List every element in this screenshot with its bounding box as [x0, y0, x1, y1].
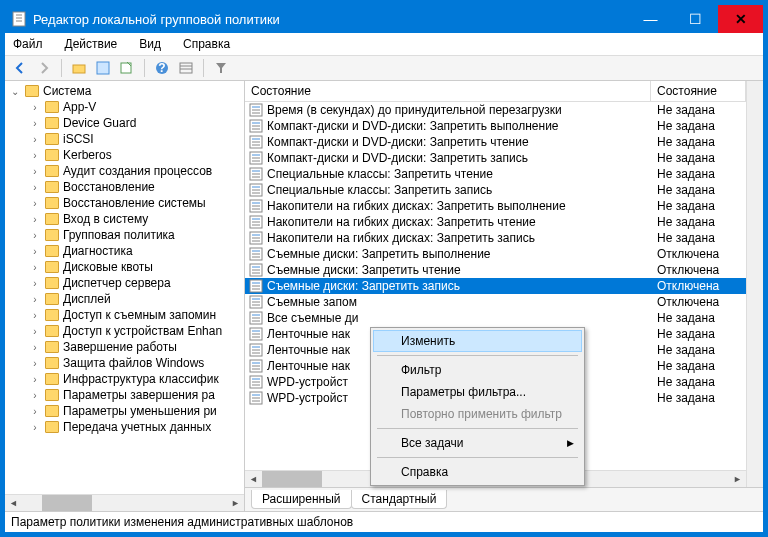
expand-icon[interactable]: ›	[29, 294, 41, 305]
tree-item[interactable]: ›Групповая политика	[5, 227, 244, 243]
expand-icon[interactable]: ›	[29, 246, 41, 257]
ctx-all-tasks[interactable]: Все задачи▶	[373, 432, 582, 454]
view-tabs: Расширенный Стандартный	[245, 487, 763, 511]
tree-item[interactable]: ›App-V	[5, 99, 244, 115]
expand-icon[interactable]: ›	[29, 390, 41, 401]
policy-row[interactable]: Специальные классы: Запретить записьНе з…	[245, 182, 746, 198]
policy-row[interactable]: Компакт-диски и DVD-диски: Запретить вып…	[245, 118, 746, 134]
tree-root[interactable]: ⌄ Система	[5, 83, 244, 99]
expand-icon[interactable]: ⌄	[9, 86, 21, 97]
policy-row[interactable]: Время (в секундах) до принудительной пер…	[245, 102, 746, 118]
expand-icon[interactable]: ›	[29, 102, 41, 113]
filter-icon[interactable]	[212, 59, 230, 77]
tree-item[interactable]: ›Вход в систему	[5, 211, 244, 227]
scroll-left-icon[interactable]: ◄	[245, 471, 262, 488]
menu-action[interactable]: Действие	[61, 35, 122, 53]
tree-item[interactable]: ›Восстановление системы	[5, 195, 244, 211]
tree-item[interactable]: ›Device Guard	[5, 115, 244, 131]
tree-hscrollbar[interactable]: ◄ ►	[5, 494, 244, 511]
policy-row[interactable]: Съемные диски: Запретить записьОтключена	[245, 278, 746, 294]
menu-view[interactable]: Вид	[135, 35, 165, 53]
ctx-filter-params[interactable]: Параметры фильтра...	[373, 381, 582, 403]
maximize-button[interactable]: ☐	[673, 5, 718, 33]
expand-icon[interactable]: ›	[29, 198, 41, 209]
submenu-arrow-icon: ▶	[567, 438, 574, 448]
minimize-button[interactable]: —	[628, 5, 673, 33]
tree-item[interactable]: ›iSCSI	[5, 131, 244, 147]
menu-file[interactable]: Файл	[9, 35, 47, 53]
scroll-left-icon[interactable]: ◄	[5, 495, 22, 512]
export-icon[interactable]	[118, 59, 136, 77]
expand-icon[interactable]: ›	[29, 326, 41, 337]
tab-extended[interactable]: Расширенный	[251, 490, 352, 509]
column-state[interactable]: Состояние	[651, 81, 746, 101]
policy-row[interactable]: Накопители на гибких дисках: Запретить в…	[245, 198, 746, 214]
back-icon[interactable]	[11, 59, 29, 77]
ctx-filter[interactable]: Фильтр	[373, 359, 582, 381]
tree-item[interactable]: ›Доступ к съемным запомин	[5, 307, 244, 323]
policy-row[interactable]: Компакт-диски и DVD-диски: Запретить зап…	[245, 150, 746, 166]
list-header: Состояние Состояние	[245, 81, 746, 102]
policy-row[interactable]: Съемные запомОтключена	[245, 294, 746, 310]
policy-row[interactable]: Специальные классы: Запретить чтениеНе з…	[245, 166, 746, 182]
expand-icon[interactable]: ›	[29, 358, 41, 369]
tree-label: Доступ к устройствам Enhan	[63, 324, 222, 338]
expand-icon[interactable]: ›	[29, 374, 41, 385]
tree-item[interactable]: ›Аудит создания процессов	[5, 163, 244, 179]
close-button[interactable]: ✕	[718, 5, 763, 33]
ctx-reapply-filter: Повторно применить фильтр	[373, 403, 582, 425]
policy-row[interactable]: Накопители на гибких дисках: Запретить з…	[245, 230, 746, 246]
ctx-help[interactable]: Справка	[373, 461, 582, 483]
tree-item[interactable]: ›Kerberos	[5, 147, 244, 163]
list-vscrollbar[interactable]	[746, 81, 763, 487]
ctx-edit[interactable]: Изменить	[373, 330, 582, 352]
expand-icon[interactable]: ›	[29, 134, 41, 145]
expand-icon[interactable]: ›	[29, 150, 41, 161]
tree-item[interactable]: ›Завершение работы	[5, 339, 244, 355]
expand-icon[interactable]: ›	[29, 342, 41, 353]
scroll-right-icon[interactable]: ►	[227, 495, 244, 512]
expand-icon[interactable]: ›	[29, 118, 41, 129]
policy-name: Компакт-диски и DVD-диски: Запретить зап…	[267, 151, 651, 165]
properties-icon[interactable]	[94, 59, 112, 77]
tree-item[interactable]: ›Защита файлов Windows	[5, 355, 244, 371]
tree-item[interactable]: ›Восстановление	[5, 179, 244, 195]
expand-icon[interactable]: ›	[29, 166, 41, 177]
policy-state: Отключена	[651, 247, 746, 261]
expand-icon[interactable]: ›	[29, 182, 41, 193]
tree-item[interactable]: ›Передача учетных данных	[5, 419, 244, 435]
tree-body[interactable]: ⌄ Система ›App-V›Device Guard›iSCSI›Kerb…	[5, 81, 244, 494]
policy-row[interactable]: Съемные диски: Запретить чтениеОтключена	[245, 262, 746, 278]
expand-icon[interactable]: ›	[29, 406, 41, 417]
expand-icon[interactable]: ›	[29, 214, 41, 225]
scroll-right-icon[interactable]: ►	[729, 471, 746, 488]
column-name[interactable]: Состояние	[245, 81, 651, 101]
list-icon[interactable]	[177, 59, 195, 77]
tree-item[interactable]: ›Параметры завершения ра	[5, 387, 244, 403]
tree-item[interactable]: ›Дисковые квоты	[5, 259, 244, 275]
policy-row[interactable]: Компакт-диски и DVD-диски: Запретить чте…	[245, 134, 746, 150]
scroll-thumb[interactable]	[262, 471, 322, 487]
expand-icon[interactable]: ›	[29, 230, 41, 241]
expand-icon[interactable]: ›	[29, 310, 41, 321]
policy-row[interactable]: Съемные диски: Запретить выполнениеОтклю…	[245, 246, 746, 262]
expand-icon[interactable]: ›	[29, 262, 41, 273]
tree-item[interactable]: ›Дисплей	[5, 291, 244, 307]
menu-help[interactable]: Справка	[179, 35, 234, 53]
tree-item[interactable]: ›Диспетчер сервера	[5, 275, 244, 291]
tree-label: iSCSI	[63, 132, 94, 146]
tab-standard[interactable]: Стандартный	[351, 490, 448, 509]
policy-row[interactable]: Накопители на гибких дисках: Запретить ч…	[245, 214, 746, 230]
expand-icon[interactable]: ›	[29, 422, 41, 433]
tree-item[interactable]: ›Доступ к устройствам Enhan	[5, 323, 244, 339]
tree-item[interactable]: ›Инфраструктура классифик	[5, 371, 244, 387]
policy-row[interactable]: Все съемные диНе задана	[245, 310, 746, 326]
policy-icon	[249, 183, 263, 197]
help-icon[interactable]: ?	[153, 59, 171, 77]
expand-icon[interactable]: ›	[29, 278, 41, 289]
tree-item[interactable]: ›Параметры уменьшения ри	[5, 403, 244, 419]
folder-up-icon[interactable]	[70, 59, 88, 77]
scroll-thumb[interactable]	[42, 495, 92, 511]
tree-item[interactable]: ›Диагностика	[5, 243, 244, 259]
forward-icon[interactable]	[35, 59, 53, 77]
